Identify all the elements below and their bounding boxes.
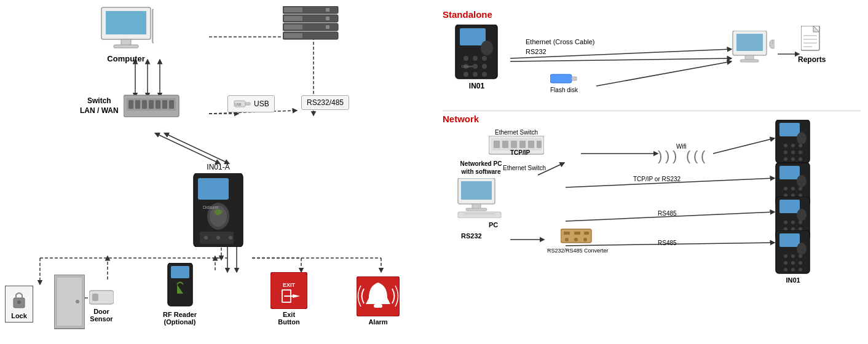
network-in01-4-icon bbox=[775, 230, 811, 275]
svg-point-150 bbox=[799, 150, 802, 154]
svg-text:): ) bbox=[665, 148, 669, 163]
alarm-icon bbox=[357, 276, 400, 316]
svg-point-188 bbox=[791, 268, 795, 272]
svg-rect-38 bbox=[284, 25, 302, 29]
door-sensor-component: DoorSensor bbox=[89, 287, 114, 322]
svg-rect-52 bbox=[245, 103, 250, 105]
svg-point-98 bbox=[464, 72, 468, 77]
lock-icon bbox=[10, 289, 28, 310]
svg-point-141 bbox=[574, 238, 578, 241]
svg-line-81 bbox=[596, 61, 732, 86]
computer-label: Computer bbox=[98, 54, 154, 63]
svg-point-148 bbox=[784, 150, 787, 154]
standalone-section-label: Standalone bbox=[443, 9, 492, 20]
svg-rect-180 bbox=[779, 233, 800, 247]
svg-rect-134 bbox=[458, 212, 501, 218]
rs232-network-label: RS232 bbox=[461, 232, 482, 240]
networked-pc-icon bbox=[455, 178, 507, 218]
svg-text:): ) bbox=[673, 148, 677, 163]
alarm-label: Alarm bbox=[357, 318, 400, 326]
flash-disk-component: Flash disk bbox=[550, 72, 578, 93]
rs485-label-1: RS485 bbox=[658, 210, 677, 217]
svg-rect-50 bbox=[169, 100, 174, 109]
tcpip-label: TCP/IP bbox=[510, 149, 530, 156]
svg-point-166 bbox=[797, 175, 807, 187]
svg-point-92 bbox=[464, 56, 468, 61]
svg-text:EXIT: EXIT bbox=[283, 282, 296, 288]
svg-rect-103 bbox=[550, 74, 572, 83]
svg-point-142 bbox=[583, 238, 587, 241]
ethernet-switch-top: Ethernet Switch bbox=[489, 129, 544, 162]
svg-point-185 bbox=[791, 261, 795, 265]
svg-line-7 bbox=[157, 134, 218, 163]
svg-rect-55 bbox=[198, 178, 229, 200]
door-component bbox=[54, 275, 85, 332]
svg-rect-46 bbox=[142, 100, 147, 109]
svg-rect-108 bbox=[740, 60, 759, 62]
svg-rect-104 bbox=[572, 77, 577, 80]
svg-point-61 bbox=[229, 236, 232, 240]
rs232-standalone-label: RS232 bbox=[526, 48, 546, 55]
standalone-in01: Didisem IN01 bbox=[454, 25, 500, 90]
converter-label: RS232/RS485 Converter bbox=[547, 248, 609, 254]
svg-point-153 bbox=[799, 157, 802, 161]
svg-text:Didisem: Didisem bbox=[203, 205, 218, 209]
svg-point-59 bbox=[204, 236, 208, 240]
exit-button-icon: EXIT bbox=[270, 272, 307, 309]
svg-text:(: ( bbox=[701, 148, 706, 163]
svg-rect-23 bbox=[106, 11, 146, 34]
in01-icon-standalone: Didisem bbox=[454, 25, 500, 80]
ethernet-switch-top-label: Ethernet Switch bbox=[489, 129, 544, 136]
svg-point-96 bbox=[473, 64, 478, 69]
svg-point-190 bbox=[797, 243, 807, 255]
svg-point-157 bbox=[784, 187, 787, 190]
svg-rect-91 bbox=[460, 28, 486, 45]
switch-component: Switch LAN / WAN bbox=[80, 92, 182, 120]
standalone-in01-label: IN01 bbox=[454, 82, 500, 90]
in01a-label: IN01-A bbox=[191, 163, 246, 171]
svg-point-99 bbox=[473, 72, 478, 77]
svg-rect-39 bbox=[326, 25, 329, 29]
rf-reader-icon bbox=[165, 263, 195, 309]
svg-rect-138 bbox=[574, 232, 580, 235]
svg-rect-71 bbox=[171, 266, 189, 278]
svg-rect-69 bbox=[92, 294, 98, 301]
networked-pc-label: Networked PCwith software bbox=[455, 160, 507, 176]
computer-component: Computer bbox=[98, 6, 154, 63]
exit-button-component: EXIT Exit Button bbox=[270, 272, 307, 326]
rs485-label-2: RS485 bbox=[658, 240, 677, 246]
svg-rect-33 bbox=[326, 8, 329, 12]
pc-label: PC bbox=[489, 221, 498, 229]
svg-point-154 bbox=[797, 132, 807, 144]
network-in01-1-icon bbox=[775, 120, 811, 164]
rf-reader-label: RF Reader(Optional) bbox=[163, 311, 197, 326]
svg-line-80 bbox=[510, 58, 732, 61]
svg-text:(: ( bbox=[693, 148, 698, 163]
svg-point-145 bbox=[784, 144, 787, 147]
svg-rect-106 bbox=[736, 34, 763, 51]
flash-disk-icon bbox=[550, 72, 578, 85]
computer-icon bbox=[98, 6, 154, 52]
svg-rect-35 bbox=[284, 16, 302, 21]
svg-point-151 bbox=[784, 157, 787, 161]
svg-point-170 bbox=[791, 221, 795, 224]
networked-pc-component: Networked PCwith software bbox=[455, 160, 507, 220]
svg-point-149 bbox=[791, 150, 795, 154]
server-component bbox=[283, 6, 341, 45]
svg-rect-25 bbox=[114, 45, 138, 48]
network-section-label: Network bbox=[443, 114, 479, 124]
svg-rect-48 bbox=[156, 100, 160, 109]
door-sensor-icon bbox=[89, 287, 114, 306]
svg-rect-120 bbox=[511, 141, 517, 148]
svg-point-60 bbox=[216, 236, 220, 240]
svg-rect-121 bbox=[519, 141, 526, 148]
svg-rect-123 bbox=[537, 141, 542, 148]
svg-point-94 bbox=[482, 56, 487, 61]
svg-point-152 bbox=[791, 157, 795, 161]
in01a-icon: Didisem bbox=[191, 173, 246, 247]
svg-rect-109 bbox=[770, 40, 775, 49]
rs232-label: RS232/485 bbox=[307, 98, 344, 107]
svg-text:(: ( bbox=[686, 148, 691, 163]
svg-rect-139 bbox=[584, 232, 589, 235]
switch-icon bbox=[124, 92, 182, 120]
